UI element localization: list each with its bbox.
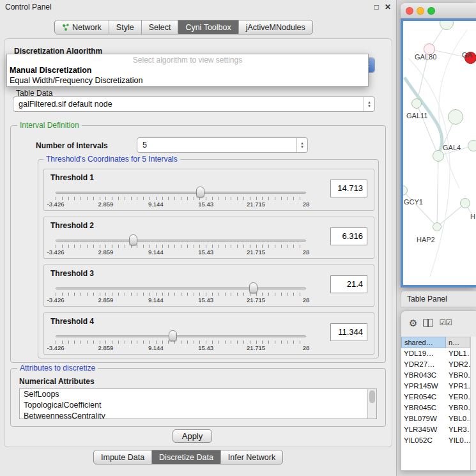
number-of-intervals-select[interactable]: 5 ▲ ▼: [137, 137, 308, 153]
cell[interactable]: YIL0…: [446, 435, 470, 446]
tab-style[interactable]: Style: [109, 20, 141, 34]
threshold-value-field[interactable]: 11.344: [330, 323, 367, 341]
cell[interactable]: YLR3…: [446, 424, 470, 435]
network-canvas[interactable]: GAL80 GA GAL11 GAL4 GCY1 HAP2 H: [403, 21, 476, 285]
combo-stepper-icon[interactable]: ▲ ▼: [296, 138, 307, 152]
minimize-traffic-icon[interactable]: [417, 7, 424, 15]
scale-label: 21.715: [247, 249, 265, 256]
attributes-scrollbar[interactable]: [367, 389, 376, 418]
slider-track[interactable]: [56, 240, 306, 242]
threshold-slider[interactable]: -3.426 2.859 9.144 15.43 21.715 28: [56, 186, 306, 210]
column-header-name[interactable]: n…: [446, 337, 470, 348]
slider-thumb[interactable]: [169, 330, 177, 341]
cell[interactable]: YBL079W: [401, 413, 446, 424]
network-node[interactable]: [433, 150, 444, 162]
table-row[interactable]: YLR345WYLR3…: [401, 424, 470, 435]
numerical-attributes-list[interactable]: SelfLoops TopologicalCoefficient Between…: [19, 388, 377, 419]
desktop: Control Panel □ ✕ Network Style Select C…: [0, 0, 476, 476]
combo-stepper-icon[interactable]: ▲ ▼: [364, 97, 374, 111]
table-row[interactable]: YIL052CYIL0…: [401, 435, 470, 446]
cell[interactable]: YER0…: [446, 392, 470, 403]
slider-ticks: [56, 341, 306, 344]
table-row[interactable]: YBL079WYBL0…: [401, 413, 470, 424]
cell[interactable]: YDL1…: [446, 348, 470, 359]
slider-track[interactable]: [56, 288, 306, 289]
cell[interactable]: YIL052C: [401, 435, 446, 446]
cell[interactable]: YBR045C: [401, 403, 446, 413]
threshold-label: Threshold 2: [50, 221, 94, 230]
node-label: GAL80: [415, 53, 436, 61]
arrow-down-icon: ▼: [300, 145, 304, 149]
table-data-select[interactable]: galFiltered.sif default node ▲ ▼: [13, 96, 375, 112]
tab-impute-data[interactable]: Impute Data: [94, 450, 151, 464]
list-item[interactable]: BetweennessCentrality: [20, 411, 376, 419]
slider-thumb[interactable]: [249, 282, 257, 293]
cell[interactable]: YER054C: [401, 392, 446, 403]
tab-network[interactable]: Network: [55, 20, 109, 34]
scale-label: 28: [303, 344, 310, 351]
cell[interactable]: YDR27…: [401, 359, 446, 370]
apply-button[interactable]: Apply: [173, 429, 212, 443]
network-node[interactable]: [448, 109, 463, 125]
slider-track[interactable]: [56, 192, 306, 194]
threshold-slider[interactable]: -3.426 2.859 9.144 15.43 21.715 28: [56, 234, 306, 258]
cell[interactable]: YBR0…: [446, 370, 470, 381]
cell[interactable]: YPR1…: [446, 381, 470, 392]
cell[interactable]: YBL0…: [446, 413, 470, 424]
float-window-icon[interactable]: □: [374, 3, 379, 11]
algorithm-option-manual[interactable]: Manual Discretization: [7, 65, 368, 75]
close-icon[interactable]: ✕: [385, 3, 391, 11]
network-node[interactable]: [433, 222, 441, 231]
popup-placeholder: Select algorithm to view settings: [7, 54, 368, 65]
scale-label: 9.144: [148, 201, 164, 208]
slider-track[interactable]: [56, 335, 306, 337]
scrollbar-thumb[interactable]: [369, 390, 375, 403]
network-node[interactable]: [468, 140, 476, 151]
threshold-slider[interactable]: -3.426 2.859 9.144 15.43 21.715 28: [56, 282, 306, 306]
cell[interactable]: YPR145W: [401, 381, 446, 392]
network-node[interactable]: [411, 98, 422, 109]
scale-label: 15.43: [198, 296, 213, 303]
network-node[interactable]: [460, 198, 470, 208]
table-row[interactable]: YBR043CYBR0…: [401, 370, 470, 381]
slider-thumb[interactable]: [196, 187, 204, 197]
threshold-value-field[interactable]: 21.4: [330, 275, 367, 293]
tab-discretize-data[interactable]: Discretize Data: [151, 450, 220, 464]
tab-jactivemnodules[interactable]: jActiveMNodules: [238, 20, 312, 34]
threshold-value-field[interactable]: 14.713: [330, 180, 367, 197]
gear-icon[interactable]: ⚙: [409, 318, 417, 328]
threshold-value-field[interactable]: 6.316: [330, 227, 367, 245]
close-traffic-icon[interactable]: [406, 7, 413, 15]
node-label: GAL11: [406, 112, 427, 119]
table-row[interactable]: YDL19…YDL1…: [401, 348, 470, 359]
column-header-shared-name[interactable]: shared…: [401, 337, 446, 348]
table-row[interactable]: YER054CYER0…: [401, 392, 470, 403]
columns-icon[interactable]: [423, 319, 433, 327]
thresholds-group-title: Threshold's Coordinates for 5 Intervals: [43, 155, 180, 164]
node-label: H: [470, 213, 475, 220]
tab-cyni-toolbox[interactable]: Cyni Toolbox: [178, 20, 238, 34]
table-row[interactable]: YBR045CYBR0…: [401, 403, 470, 413]
threshold-slider[interactable]: -3.426 2.859 9.144 15.43 21.715 28: [56, 330, 306, 354]
table-row[interactable]: YDR27…YDR2…: [401, 359, 470, 370]
slider-ticks: [56, 293, 306, 296]
tab-infer-network[interactable]: Infer Network: [220, 450, 282, 464]
table-panel-header[interactable]: Table Panel: [401, 291, 476, 307]
table-scrollbar[interactable]: [470, 337, 476, 470]
tab-label: jActiveMNodules: [246, 23, 305, 32]
list-item[interactable]: TopologicalCoefficient: [20, 400, 376, 411]
threshold-label: Threshold 1: [50, 173, 94, 182]
slider-thumb[interactable]: [129, 234, 137, 245]
cell[interactable]: YBR043C: [401, 370, 446, 381]
scale-label: 2.859: [98, 344, 114, 351]
table-row[interactable]: YPR145WYPR1…: [401, 381, 470, 392]
cell[interactable]: YDL19…: [401, 348, 446, 359]
zoom-traffic-icon[interactable]: [427, 7, 435, 15]
cell[interactable]: YBR0…: [446, 403, 470, 413]
tab-select[interactable]: Select: [141, 20, 178, 34]
select-columns-icon[interactable]: ☑☑: [439, 319, 452, 326]
algorithm-option-equal-width[interactable]: Equal Width/Frequency Discretization: [7, 75, 368, 86]
list-item[interactable]: SelfLoops: [20, 389, 376, 400]
cell[interactable]: YDR2…: [446, 359, 470, 370]
cell[interactable]: YLR345W: [401, 424, 446, 435]
